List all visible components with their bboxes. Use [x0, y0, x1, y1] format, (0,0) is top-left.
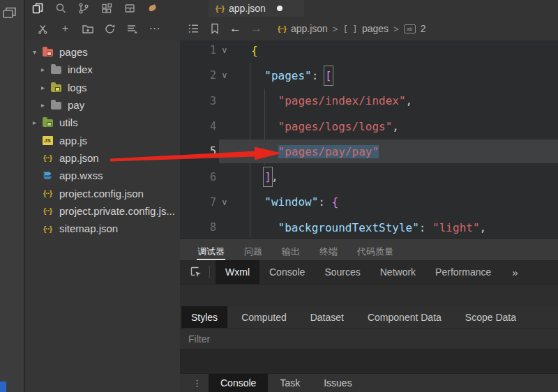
- fold-chevron-icon[interactable]: ∨: [216, 45, 233, 55]
- outline-list-icon[interactable]: [187, 22, 200, 36]
- hand-plugin-icon[interactable]: [146, 1, 160, 15]
- tree-item-app-wxss[interactable]: app.wxss: [25, 167, 180, 184]
- code-text[interactable]: ],: [233, 170, 278, 183]
- panel-tab-输出[interactable]: 输出: [281, 243, 301, 260]
- tree-item-index[interactable]: ▸index: [25, 61, 180, 78]
- inspector-tab-Styles[interactable]: Styles: [181, 306, 227, 328]
- code-line-7[interactable]: 7∨ "window": {: [180, 190, 558, 215]
- drawer-tab-Console[interactable]: Console: [209, 374, 268, 392]
- line-number: 3: [180, 95, 216, 107]
- new-folder-icon[interactable]: [81, 22, 94, 36]
- tree-item-utils[interactable]: ▸utils: [25, 114, 180, 131]
- code-line-4[interactable]: 4 "pages/logs/logs",: [180, 114, 558, 139]
- panel-tab-终端[interactable]: 终端: [319, 243, 338, 260]
- fold-chevron-icon[interactable]: ∨: [216, 197, 233, 207]
- code-line-6[interactable]: 6 ],: [180, 164, 558, 189]
- filter-input[interactable]: [180, 333, 399, 345]
- folder-green-icon: [41, 117, 54, 128]
- breadcrumb-index[interactable]: 2: [421, 23, 426, 34]
- windows-panel-icon[interactable]: [2, 5, 22, 22]
- drawer-tab-Task[interactable]: Task: [268, 374, 312, 392]
- panel-tab-代码质量[interactable]: 代码质量: [356, 243, 394, 260]
- tree-collapsed-arrow-icon[interactable]: ▸: [29, 119, 40, 126]
- nav-back-icon[interactable]: ←: [229, 22, 242, 36]
- scissors-icon[interactable]: [36, 22, 50, 36]
- json-icon: {··}: [41, 152, 54, 163]
- refresh-icon[interactable]: [103, 22, 116, 36]
- line-number: 4: [180, 120, 216, 133]
- inspector-tab-Scope-Data[interactable]: Scope Data: [455, 306, 526, 328]
- devtools-tab-Performance[interactable]: Performance: [425, 260, 501, 284]
- console-drawer-bar: ⋮ ConsoleTaskIssues: [180, 373, 558, 392]
- code-text[interactable]: "pages/pay/pay": [233, 145, 379, 158]
- code-text[interactable]: "window": {: [233, 195, 338, 209]
- tree-item-app-json[interactable]: {··}app.json: [25, 149, 180, 167]
- panel-tab-bar: 调试器问题输出终端代码质量: [180, 239, 558, 260]
- nav-forward-icon[interactable]: →: [250, 22, 263, 36]
- fold-chevron-icon[interactable]: ∨: [216, 70, 233, 80]
- new-file-icon[interactable]: +: [59, 22, 72, 36]
- tree-item-label: index: [68, 63, 93, 75]
- code-line-8[interactable]: 8 "backgroundTextStyle": "light",: [180, 215, 558, 238]
- tab-overflow-icon[interactable]: »: [512, 266, 518, 278]
- code-editor[interactable]: 1∨{2∨ "pages": [3 "pages/index/index",4 …: [180, 40, 558, 238]
- tab-app-json[interactable]: {··} app.json: [209, 0, 304, 17]
- secondary-toolbar: + ⋯: [25, 17, 558, 40]
- files-icon[interactable]: [31, 1, 45, 15]
- tree-collapsed-arrow-icon[interactable]: ▸: [38, 84, 48, 91]
- tree-item-project-private-config-js-[interactable]: {··}project.private.config.js...: [25, 202, 180, 220]
- styles-content-area: [180, 349, 558, 373]
- tree-collapsed-arrow-icon[interactable]: ▸: [38, 101, 48, 109]
- more-actions-icon[interactable]: ⋯: [148, 22, 161, 36]
- tree-item-pages[interactable]: ▾pages: [25, 43, 180, 61]
- activity-icons: [25, 1, 160, 15]
- inspector-tab-Component-Data[interactable]: Component Data: [358, 306, 451, 328]
- tree-item-project-config-json[interactable]: {··}project.config.json: [25, 184, 180, 202]
- breadcrumb-file[interactable]: app.json: [291, 23, 328, 34]
- code-line-5[interactable]: 5 "pages/pay/pay": [180, 139, 558, 164]
- breadcrumb: {··} app.json > [ ] pages > ab 2: [278, 23, 425, 34]
- collapse-all-icon[interactable]: [126, 22, 139, 36]
- tab-label: app.json: [229, 3, 266, 14]
- file-explorer: ▾pages▸index▸logs▸pay▸utilsJSapp.js{··}a…: [25, 40, 180, 392]
- status-accent: [0, 382, 6, 392]
- tree-item-label: project.config.json: [59, 188, 144, 199]
- tree-collapsed-arrow-icon[interactable]: ▸: [38, 66, 48, 73]
- extensions-icon[interactable]: [100, 1, 114, 15]
- panel-tab-调试器[interactable]: 调试器: [197, 243, 225, 260]
- elements-area: [180, 285, 558, 306]
- code-line-1[interactable]: 1∨{: [180, 40, 558, 63]
- breadcrumb-node[interactable]: pages: [362, 23, 389, 34]
- tree-item-app-js[interactable]: JSapp.js: [25, 131, 180, 149]
- code-text[interactable]: "pages/logs/logs",: [233, 120, 399, 133]
- devtools-tab-Wxml[interactable]: Wxml: [216, 260, 259, 284]
- devtools-tab-Sources[interactable]: Sources: [315, 260, 370, 284]
- kebab-menu-icon[interactable]: ⋮: [193, 378, 202, 389]
- tree-item-label: pages: [59, 46, 88, 58]
- panel-tab-问题[interactable]: 问题: [243, 243, 263, 260]
- code-line-3[interactable]: 3 "pages/index/index",: [180, 89, 558, 114]
- code-line-2[interactable]: 2∨ "pages": [: [180, 63, 558, 88]
- tree-item-label: app.json: [59, 152, 99, 164]
- tree-item-logs[interactable]: ▸logs: [25, 79, 180, 96]
- tree-item-sitemap-json[interactable]: {··}sitemap.json: [25, 220, 180, 237]
- code-text[interactable]: {: [233, 44, 258, 57]
- code-text[interactable]: "pages/index/index",: [233, 94, 412, 107]
- drawer-tab-Issues[interactable]: Issues: [312, 374, 363, 392]
- source-control-icon[interactable]: [77, 1, 91, 15]
- tree-item-pay[interactable]: ▸pay: [25, 96, 180, 114]
- inspector-tab-Computed[interactable]: Computed: [232, 306, 296, 328]
- devtools-tab-bar: WxmlConsoleSourcesNetworkPerformance »: [180, 260, 558, 285]
- devtools-tab-Network[interactable]: Network: [370, 260, 425, 284]
- code-text[interactable]: "pages": [: [233, 69, 332, 82]
- inspect-element-icon[interactable]: [188, 264, 204, 280]
- tree-expanded-arrow-icon[interactable]: ▾: [29, 48, 40, 56]
- inspector-tab-Dataset[interactable]: Dataset: [301, 306, 354, 328]
- code-text[interactable]: "backgroundTextStyle": "light",: [233, 221, 486, 234]
- bookmark-icon[interactable]: [208, 22, 221, 36]
- devtools-tab-Console[interactable]: Console: [259, 260, 315, 284]
- layout-icon[interactable]: [123, 1, 137, 15]
- modified-dot-icon[interactable]: [277, 6, 282, 11]
- search-icon[interactable]: [54, 1, 68, 15]
- file-tree: ▾pages▸index▸logs▸pay▸utilsJSapp.js{··}a…: [25, 43, 180, 237]
